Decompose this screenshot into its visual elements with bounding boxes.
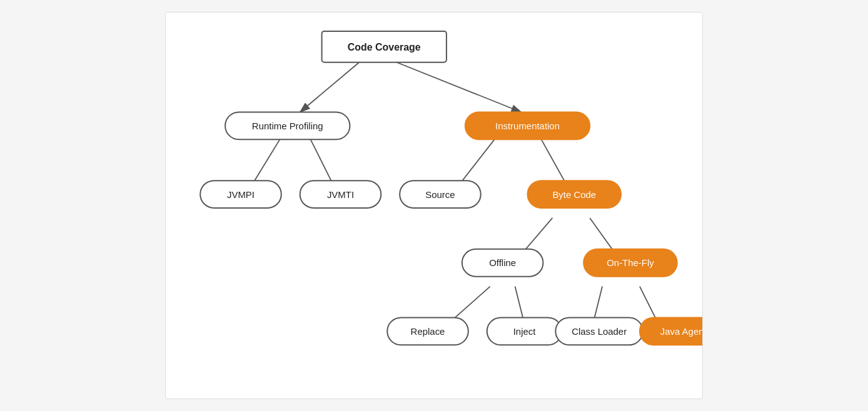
node-offline: Offline bbox=[462, 249, 543, 277]
svg-text:Offline: Offline bbox=[489, 257, 516, 268]
svg-text:Instrumentation: Instrumentation bbox=[495, 121, 560, 131]
diagram-container: Code Coverage Runtime Profiling Instrume… bbox=[165, 12, 703, 399]
svg-text:On-The-Fly: On-The-Fly bbox=[607, 257, 654, 268]
node-replace: Replace bbox=[387, 317, 468, 345]
node-class-loader: Class Loader bbox=[555, 317, 643, 345]
svg-text:Runtime Profiling: Runtime Profiling bbox=[252, 121, 323, 131]
node-jvmti: JVMTI bbox=[300, 181, 381, 208]
svg-text:JVMPI: JVMPI bbox=[227, 189, 255, 200]
svg-text:Source: Source bbox=[425, 189, 455, 200]
svg-line-2 bbox=[396, 62, 521, 112]
svg-text:Java Agent: Java Agent bbox=[660, 326, 702, 337]
node-runtime-profiling: Runtime Profiling bbox=[225, 112, 350, 139]
svg-text:Code Coverage: Code Coverage bbox=[348, 42, 421, 52]
node-jvmpi: JVMPI bbox=[200, 181, 281, 208]
svg-text:Replace: Replace bbox=[411, 326, 445, 337]
node-byte-code: Byte Code bbox=[528, 181, 622, 208]
svg-text:Inject: Inject bbox=[513, 326, 537, 337]
svg-line-1 bbox=[300, 62, 360, 112]
svg-text:JVMTI: JVMTI bbox=[327, 189, 354, 200]
node-java-agent: Java Agent bbox=[640, 317, 702, 345]
node-on-the-fly: On-The-Fly bbox=[583, 249, 677, 277]
node-instrumentation: Instrumentation bbox=[465, 112, 590, 139]
node-source: Source bbox=[400, 181, 481, 208]
svg-text:Byte Code: Byte Code bbox=[552, 189, 596, 200]
node-inject: Inject bbox=[487, 317, 562, 345]
svg-text:Class Loader: Class Loader bbox=[572, 326, 627, 337]
node-code-coverage: Code Coverage bbox=[322, 31, 447, 62]
